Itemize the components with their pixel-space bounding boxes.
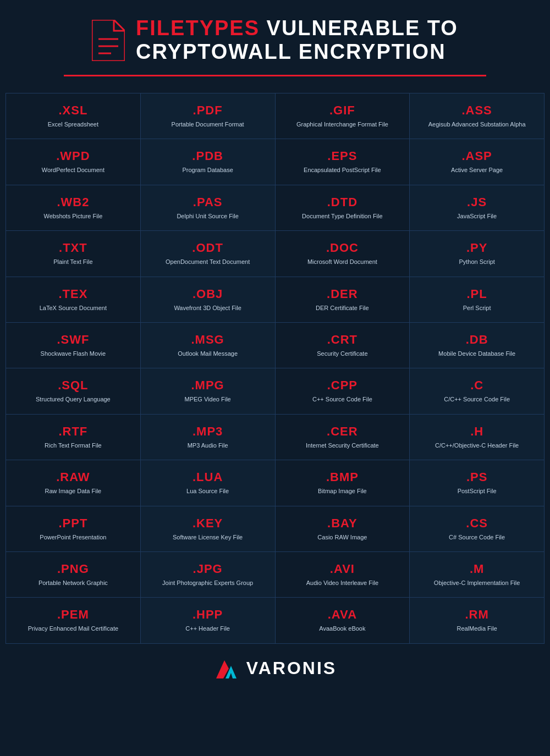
svg-marker-0 — [92, 20, 125, 61]
file-extension: .PL — [415, 287, 538, 301]
file-description: RealMedia File — [415, 625, 538, 633]
filetype-cell: .RAW Raw Image Data File — [6, 460, 141, 506]
filetype-cell: .ASP Active Server Page — [410, 139, 544, 185]
file-description: Bitmap Image File — [281, 487, 404, 495]
filetype-cell: .CRT Security Certificate — [276, 323, 410, 368]
filetype-cell: .JS JavaScript File — [410, 185, 544, 231]
file-extension: .MP3 — [146, 424, 270, 439]
filetype-cell: .RTF Rich Text Format File — [6, 415, 141, 460]
file-description: JavaScript File — [415, 212, 538, 220]
file-extension: .KEY — [146, 516, 270, 531]
filetype-cell: .CPP C++ Source Code File — [276, 368, 410, 414]
file-description: C++ Header File — [146, 625, 270, 633]
file-description: Python Script — [415, 258, 538, 266]
file-description: C/C++ Source Code File — [415, 395, 538, 404]
file-extension: .DB — [415, 333, 538, 347]
file-extension: .MSG — [146, 333, 270, 347]
filetype-cell: .XSL Excel Spreadsheet — [6, 93, 141, 139]
file-extension: .PAS — [146, 195, 270, 209]
filetype-cell: .OBJ Wavefront 3D Object File — [141, 277, 276, 323]
filetype-cell: .AVA AvaaBook eBook — [276, 598, 410, 643]
filetype-cell: .PEM Privacy Enhanced Mail Certificate — [6, 598, 141, 643]
file-extension: .OBJ — [146, 287, 270, 301]
filetype-cell: .DB Mobile Device Database File — [410, 323, 544, 368]
file-description: Joint Photographic Experts Group — [146, 579, 270, 587]
file-extension: .SQL — [12, 378, 135, 393]
file-extension: .PDF — [146, 103, 270, 118]
file-description: Portable Document Format — [146, 120, 270, 129]
footer: VARONIS — [0, 644, 550, 691]
filetype-cell: .PY Python Script — [410, 231, 544, 277]
file-description: PostScript File — [415, 487, 538, 495]
filetype-cell: .PDF Portable Document Format — [141, 93, 276, 139]
file-extension: .MPG — [146, 378, 270, 393]
filetype-cell: .BMP Bitmap Image File — [276, 460, 410, 506]
filetype-cell: .DER DER Certificate File — [276, 277, 410, 323]
file-extension: .TEX — [12, 287, 135, 301]
file-extension: .M — [415, 562, 538, 576]
file-extension: .GIF — [281, 103, 404, 118]
file-extension: .HPP — [146, 608, 270, 622]
file-description: Mobile Device Database File — [415, 350, 538, 358]
file-extension: .AVI — [281, 562, 404, 576]
file-description: LaTeX Source Document — [12, 304, 135, 312]
file-icon — [92, 20, 125, 61]
file-extension: .C — [415, 378, 538, 393]
filetype-cell: .MSG Outlook Mail Message — [141, 323, 276, 368]
file-description: Webshots Picture File — [12, 212, 135, 220]
file-description: Audio Video Interleave File — [281, 579, 404, 587]
file-extension: .JPG — [146, 562, 270, 576]
file-description: Program Database — [146, 166, 270, 174]
filetype-cell: .WB2 Webshots Picture File — [6, 185, 141, 231]
file-extension: .WPD — [12, 149, 135, 163]
file-extension: .CER — [281, 424, 404, 439]
file-extension: .H — [415, 424, 538, 439]
filetype-cell: .ODT OpenDocument Text Document — [141, 231, 276, 277]
file-extension: .EPS — [281, 149, 404, 163]
file-description: Perl Script — [415, 304, 538, 312]
file-description: Active Server Page — [415, 166, 538, 174]
file-description: Structured Query Language — [12, 395, 135, 404]
varonis-logo: VARONIS — [213, 658, 337, 680]
filetype-cell: .TEX LaTeX Source Document — [6, 277, 141, 323]
file-description: Graphical Interchange Format File — [281, 120, 404, 129]
file-description: C# Source Code File — [415, 533, 538, 542]
file-extension: .ASS — [415, 103, 538, 118]
file-extension: .DER — [281, 287, 404, 301]
filetype-cell: .WPD WordPerfect Document — [6, 139, 141, 185]
filetype-cell: .PS PostScript File — [410, 460, 544, 506]
file-extension: .RTF — [12, 424, 135, 439]
file-extension: .AVA — [281, 608, 404, 622]
file-extension: .DOC — [281, 241, 404, 255]
red-divider — [64, 75, 486, 76]
filetype-cell: .JPG Joint Photographic Experts Group — [141, 552, 276, 598]
filetype-cell: .SQL Structured Query Language — [6, 368, 141, 414]
file-extension: .DTD — [281, 195, 404, 209]
file-extension: .RAW — [12, 470, 135, 484]
file-extension: .PDB — [146, 149, 270, 163]
file-description: PowerPoint Presentation — [12, 533, 135, 542]
file-extension: .SWF — [12, 333, 135, 347]
file-description: Rich Text Format File — [12, 442, 135, 450]
file-extension: .PNG — [12, 562, 135, 576]
file-description: WordPerfect Document — [12, 166, 135, 174]
filetype-cell: .DOC Microsoft Word Document — [276, 231, 410, 277]
filetype-cell: .LUA Lua Source File — [141, 460, 276, 506]
varonis-logo-icon — [213, 658, 241, 680]
filetype-cell: .GIF Graphical Interchange Format File — [276, 93, 410, 139]
file-extension: .CRT — [281, 333, 404, 347]
file-extension: .CPP — [281, 378, 404, 393]
filetype-cell: .H C/C++/Objective-C Header File — [410, 415, 544, 460]
file-description: Aegisub Advanced Substation Alpha — [415, 120, 538, 129]
filetype-cell: .AVI Audio Video Interleave File — [276, 552, 410, 598]
filetype-cell: .PL Perl Script — [410, 277, 544, 323]
file-extension: .CS — [415, 516, 538, 531]
file-description: C/C++/Objective-C Header File — [415, 442, 538, 450]
file-description: Security Certificate — [281, 350, 404, 358]
file-description: Document Type Definition File — [281, 212, 404, 220]
filetype-cell: .RM RealMedia File — [410, 598, 544, 643]
file-description: Plaint Text File — [12, 258, 135, 266]
header-line2: CRYPTOWALL ENCRYPTION — [136, 40, 458, 64]
filetype-cell: .PPT PowerPoint Presentation — [6, 506, 141, 552]
file-description: Portable Network Graphic — [12, 579, 135, 587]
